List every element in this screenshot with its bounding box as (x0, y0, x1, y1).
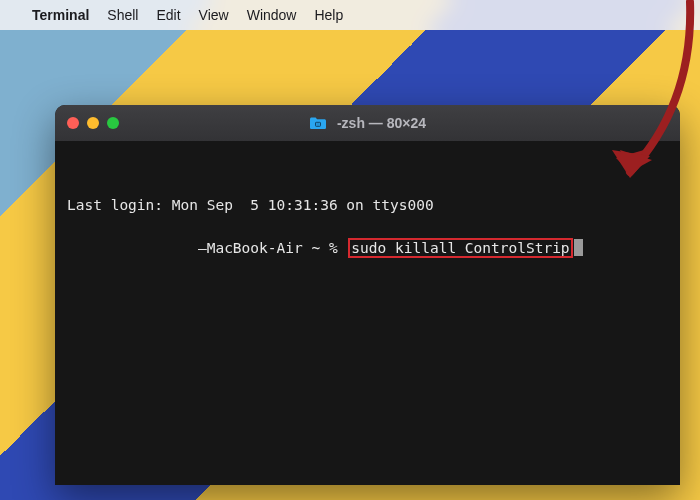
terminal-content[interactable]: Last login: Mon Sep 5 10:31:36 on ttys00… (55, 141, 680, 292)
window-title-text: -zsh — 80×24 (337, 115, 426, 131)
terminal-prompt-line: —MacBook-Air ~ % sudo killall ControlStr… (102, 238, 583, 260)
menubar-item-window[interactable]: Window (247, 7, 297, 23)
menubar-item-help[interactable]: Help (314, 7, 343, 23)
terminal-window[interactable]: -zsh — 80×24 Last login: Mon Sep 5 10:31… (55, 105, 680, 485)
folder-icon (309, 116, 327, 130)
menubar-item-view[interactable]: View (199, 7, 229, 23)
window-title-area: -zsh — 80×24 (55, 115, 680, 131)
svg-rect-1 (316, 123, 319, 126)
typed-command: sudo killall ControlStrip (348, 238, 572, 258)
terminal-line-last-login: Last login: Mon Sep 5 10:31:36 on ttys00… (67, 195, 668, 217)
terminal-cursor (574, 239, 583, 256)
menubar-item-edit[interactable]: Edit (156, 7, 180, 23)
macos-menubar: Terminal Shell Edit View Window Help (0, 0, 700, 30)
menubar-app-name[interactable]: Terminal (32, 7, 89, 23)
minimize-button[interactable] (87, 117, 99, 129)
fullscreen-button[interactable] (107, 117, 119, 129)
close-button[interactable] (67, 117, 79, 129)
terminal-titlebar[interactable]: -zsh — 80×24 (55, 105, 680, 141)
menubar-item-shell[interactable]: Shell (107, 7, 138, 23)
shell-prompt: —MacBook-Air ~ % (102, 240, 346, 256)
svg-rect-0 (315, 122, 320, 126)
traffic-lights (67, 117, 119, 129)
